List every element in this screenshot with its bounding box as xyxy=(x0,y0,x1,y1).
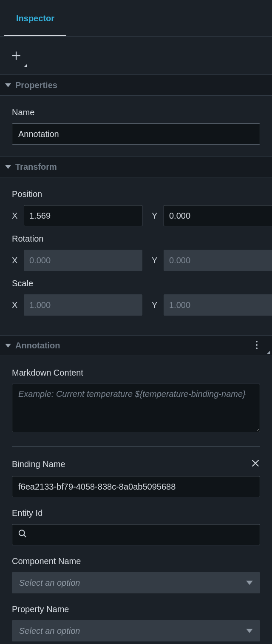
toolbar-row xyxy=(0,37,272,75)
scale-x-input xyxy=(24,294,142,316)
name-label: Name xyxy=(12,108,260,117)
property-name-label: Property Name xyxy=(12,604,260,614)
markdown-content-textarea[interactable] xyxy=(12,384,260,432)
tab-inspector[interactable]: Inspector xyxy=(4,1,66,36)
axis-x-label: X xyxy=(12,256,19,265)
collapse-icon xyxy=(5,344,11,348)
collapse-icon xyxy=(5,83,11,87)
section-menu-button[interactable] xyxy=(256,341,258,349)
entity-id-input[interactable] xyxy=(12,524,260,545)
property-name-select[interactable]: Select an option xyxy=(12,620,260,641)
resize-handle-icon xyxy=(267,350,270,354)
binding-name-label: Binding Name xyxy=(12,459,65,469)
close-icon xyxy=(251,459,260,468)
chevron-down-icon xyxy=(246,629,253,633)
axis-x-label: X xyxy=(12,300,19,310)
axis-y-label: Y xyxy=(152,211,159,221)
binding-name-input[interactable] xyxy=(12,476,260,497)
component-name-select[interactable]: Select an option xyxy=(12,572,260,593)
position-row: X Y Z xyxy=(12,205,260,226)
rotation-row: X Y Z xyxy=(12,250,260,271)
rotation-x-input xyxy=(24,250,142,271)
axis-x-label: X xyxy=(12,211,19,221)
axis-y-label: Y xyxy=(152,256,159,265)
collapse-icon xyxy=(5,165,11,169)
section-title-annotation: Annotation xyxy=(15,341,60,350)
scale-row: X Y Z xyxy=(12,294,260,316)
tab-bar: Inspector xyxy=(0,0,272,37)
section-header-transform[interactable]: Transform xyxy=(0,157,272,177)
markdown-content-label: Markdown Content xyxy=(12,368,260,378)
svg-line-5 xyxy=(24,535,26,537)
position-y-input[interactable] xyxy=(164,205,272,226)
scale-y-input xyxy=(164,294,272,316)
remove-binding-button[interactable] xyxy=(251,459,260,470)
plus-icon xyxy=(11,50,22,61)
add-button[interactable] xyxy=(8,47,25,64)
component-name-label: Component Name xyxy=(12,556,260,566)
position-x-input[interactable] xyxy=(24,205,142,226)
name-input[interactable] xyxy=(12,123,260,145)
entity-id-search xyxy=(12,524,260,545)
axis-y-label: Y xyxy=(152,300,159,310)
scale-label: Scale xyxy=(12,279,260,288)
property-name-placeholder: Select an option xyxy=(19,626,80,636)
position-label: Position xyxy=(12,189,260,199)
rotation-label: Rotation xyxy=(12,234,260,244)
chevron-down-icon xyxy=(246,581,253,585)
rotation-y-input xyxy=(164,250,272,271)
divider xyxy=(12,446,260,447)
section-title-properties: Properties xyxy=(15,80,57,90)
component-name-placeholder: Select an option xyxy=(19,578,80,588)
section-body-properties: Name xyxy=(0,96,272,157)
section-header-annotation[interactable]: Annotation xyxy=(0,335,272,356)
inspector-panel: Inspector Properties Name Transform Posi… xyxy=(0,0,272,644)
dropdown-caret-icon xyxy=(24,64,27,67)
section-header-properties[interactable]: Properties xyxy=(0,75,272,96)
entity-id-label: Entity Id xyxy=(12,508,260,518)
section-body-annotation: Markdown Content Binding Name Entity Id … xyxy=(0,356,272,644)
section-title-transform: Transform xyxy=(15,162,57,172)
section-body-transform: Position X Y Z Rotation X Y Z Scale X Y … xyxy=(0,177,272,335)
search-icon xyxy=(18,529,27,541)
tab-inspector-label: Inspector xyxy=(16,14,54,23)
svg-point-4 xyxy=(19,530,25,536)
